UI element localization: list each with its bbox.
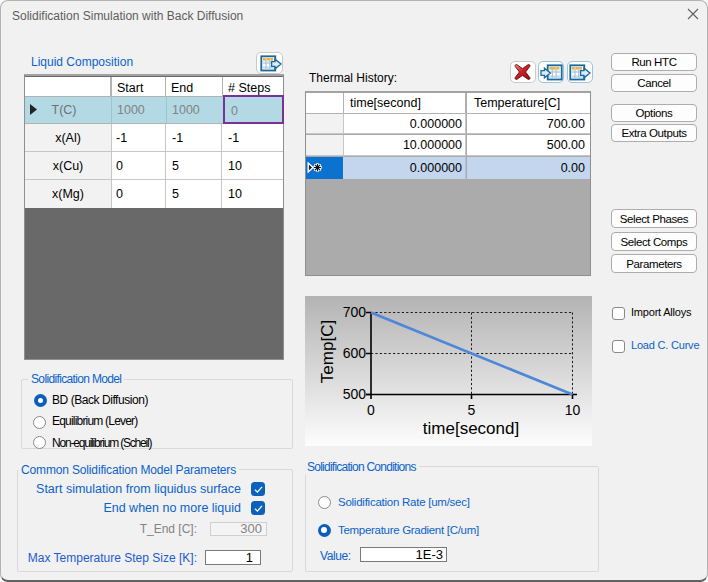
svg-text:time[second]: time[second]: [423, 419, 519, 438]
svg-text:700: 700: [343, 304, 367, 320]
svg-text:Temp[C]: Temp[C]: [318, 320, 337, 383]
svg-text:600: 600: [343, 345, 367, 361]
svg-text:5: 5: [468, 402, 476, 418]
svg-text:0: 0: [367, 402, 375, 418]
svg-text:10: 10: [565, 402, 581, 418]
svg-text:500: 500: [343, 386, 367, 402]
